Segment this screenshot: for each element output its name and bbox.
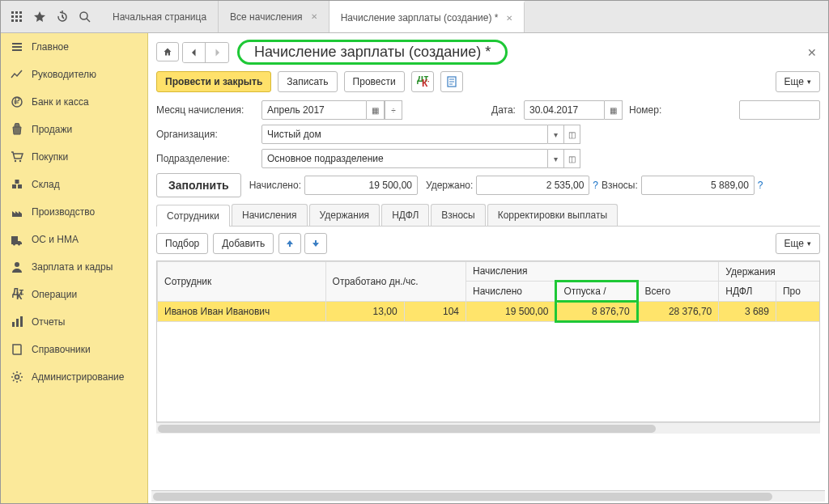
table-row[interactable]: Иванов Иван Иванович 13,00 104 19 500,00… <box>158 302 821 322</box>
ops-icon: ДтКт <box>9 286 25 303</box>
dropdown-icon[interactable]: ▾ <box>548 149 564 168</box>
accrued-input[interactable] <box>304 176 418 195</box>
svg-rect-15 <box>18 184 22 188</box>
th-employee[interactable]: Сотрудник <box>158 262 326 302</box>
th-total[interactable]: Всего <box>637 282 719 302</box>
sidebar-item-warehouse[interactable]: Склад <box>1 171 147 198</box>
cell-other <box>776 302 820 322</box>
sidebar-item-admin[interactable]: Администрирование <box>1 363 147 391</box>
sidebar: Главное Руководителю ₽Банк и касса Прода… <box>1 33 148 503</box>
more-button[interactable]: Еще <box>776 233 820 254</box>
th-accruals[interactable]: Начисления <box>466 262 719 282</box>
open-icon[interactable]: ◫ <box>564 149 580 168</box>
th-withholdings[interactable]: Удержания <box>719 262 820 282</box>
th-vacation[interactable]: Отпуска / <box>556 282 637 302</box>
move-down-button[interactable] <box>304 233 327 254</box>
svg-point-12 <box>15 160 16 162</box>
sidebar-item-manager[interactable]: Руководителю <box>1 61 147 88</box>
cell-accrued: 19 500,00 <box>466 302 556 322</box>
help-link[interactable]: ? <box>758 180 763 191</box>
star-icon[interactable] <box>28 6 51 28</box>
sidebar-item-sales[interactable]: Продажи <box>1 116 147 143</box>
tab-home[interactable]: Начальная страница <box>101 1 219 32</box>
cell-hours: 104 <box>404 302 466 322</box>
org-input[interactable] <box>261 125 548 144</box>
close-icon[interactable]: ✕ <box>506 14 512 23</box>
help-link[interactable]: ? <box>593 180 598 191</box>
tab-accruals[interactable]: Начисления <box>232 204 308 226</box>
back-button[interactable] <box>183 43 206 62</box>
close-icon[interactable]: ✕ <box>804 44 820 61</box>
dtkt-button[interactable]: ДтКт <box>411 71 434 92</box>
top-toolbar: Начальная страница Все начисления✕ Начис… <box>1 1 828 33</box>
svg-rect-5 <box>19 15 22 18</box>
employees-table[interactable]: Сотрудник Отработано дн./чс. Начисления … <box>156 260 820 422</box>
tab-payroll-create[interactable]: Начисление зарплаты (создание) *✕ <box>329 1 525 32</box>
withheld-input[interactable] <box>476 176 589 195</box>
search-icon[interactable] <box>74 6 96 28</box>
svg-rect-8 <box>19 19 22 22</box>
svg-point-17 <box>15 262 19 267</box>
more-button[interactable]: Еще <box>776 71 820 92</box>
tab-withholdings[interactable]: Удержания <box>309 204 380 226</box>
dept-input[interactable] <box>261 149 548 168</box>
add-button[interactable]: Добавить <box>213 233 274 254</box>
svg-point-23 <box>15 375 19 379</box>
sidebar-item-catalogs[interactable]: Справочники <box>1 336 147 363</box>
svg-rect-4 <box>15 15 18 18</box>
forward-button[interactable] <box>206 43 228 62</box>
save-button[interactable]: Записать <box>278 71 337 92</box>
bag-icon <box>9 121 25 138</box>
post-and-close-button[interactable]: Провести и закрыть <box>156 71 271 92</box>
apps-icon[interactable] <box>6 6 28 28</box>
month-input[interactable] <box>261 100 367 120</box>
th-worked[interactable]: Отработано дн./чс. <box>325 262 466 302</box>
close-icon[interactable]: ✕ <box>311 12 317 21</box>
table-scrollbar[interactable] <box>156 422 820 434</box>
book-icon <box>9 341 25 358</box>
tab-employees[interactable]: Сотрудники <box>156 205 230 227</box>
tab-contributions[interactable]: Взносы <box>431 204 485 226</box>
main-content: Начисление зарплаты (создание) * ✕ Прове… <box>148 33 828 503</box>
tab-all-accruals[interactable]: Все начисления✕ <box>219 1 329 32</box>
cart-icon <box>9 149 25 165</box>
report-button[interactable] <box>440 71 463 92</box>
sidebar-item-reports[interactable]: Отчеты <box>1 308 147 336</box>
contrib-input[interactable] <box>641 176 755 195</box>
svg-rect-6 <box>11 19 14 22</box>
contrib-label: Взносы: <box>602 180 638 191</box>
sidebar-item-purchases[interactable]: Покупки <box>1 143 147 171</box>
history-icon[interactable] <box>51 6 74 28</box>
bars-icon <box>9 314 25 330</box>
th-accrued[interactable]: Начислено <box>466 282 556 302</box>
sidebar-item-payroll[interactable]: Зарплата и кадры <box>1 253 147 281</box>
sidebar-item-production[interactable]: Производство <box>1 198 147 226</box>
spin-icon[interactable]: ÷ <box>385 100 402 120</box>
sidebar-item-main[interactable]: Главное <box>1 33 147 61</box>
cell-vacation: 8 876,70 <box>556 302 637 322</box>
main-scrollbar[interactable] <box>151 490 825 502</box>
open-icon[interactable]: ◫ <box>564 125 580 144</box>
fill-button[interactable]: Заполнить <box>156 173 241 197</box>
sidebar-item-operations[interactable]: ДтКтОперации <box>1 281 147 308</box>
dropdown-icon[interactable]: ▾ <box>548 125 564 144</box>
svg-rect-22 <box>20 316 23 327</box>
inner-tabbar: Сотрудники Начисления Удержания НДФЛ Взн… <box>156 204 820 227</box>
sidebar-item-assets[interactable]: ОС и НМА <box>1 226 147 253</box>
move-up-button[interactable] <box>278 233 301 254</box>
tab-ndfl[interactable]: НДФЛ <box>381 204 429 226</box>
calendar-icon[interactable]: ▦ <box>367 100 385 120</box>
svg-rect-3 <box>11 15 14 18</box>
home-button[interactable] <box>156 42 179 61</box>
th-ndfl[interactable]: НДФЛ <box>719 282 776 302</box>
th-other[interactable]: Про <box>776 282 820 302</box>
calendar-icon[interactable]: ▦ <box>605 100 623 120</box>
sidebar-item-bank[interactable]: ₽Банк и касса <box>1 88 147 116</box>
withheld-label: Удержано: <box>426 180 473 191</box>
number-input[interactable] <box>739 100 820 120</box>
post-button[interactable]: Провести <box>344 71 405 92</box>
date-input[interactable] <box>524 100 605 120</box>
tab-corrections[interactable]: Корректировки выплаты <box>487 204 618 226</box>
boxes-icon <box>9 176 25 193</box>
pick-button[interactable]: Подбор <box>156 233 208 254</box>
